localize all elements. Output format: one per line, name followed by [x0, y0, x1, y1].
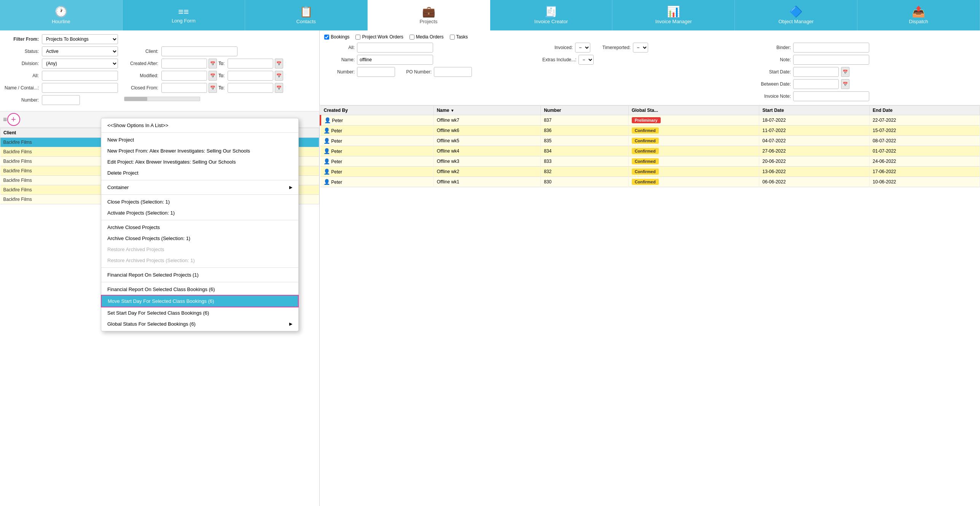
- menu-archive-closed[interactable]: Archive Closed Projects: [101, 222, 298, 233]
- tasks-checkbox[interactable]: [450, 35, 455, 40]
- status-badge: Preliminary: [632, 117, 661, 123]
- nav-object-manager-label: Object Manager: [778, 19, 814, 24]
- nav-projects[interactable]: 💼 Projects: [368, 0, 490, 30]
- start-date-input[interactable]: [793, 67, 839, 77]
- menu-financial-report[interactable]: Financial Report On Selected Projects (1…: [101, 269, 298, 280]
- contacts-icon: 📋: [300, 6, 313, 17]
- right-table-row[interactable]: 👤 Peter Offline wk4 834 Confirmed 27-06-…: [320, 146, 980, 156]
- nav-invoice-manager[interactable]: 📊 Invoice Manager: [612, 0, 735, 30]
- right-panel: Bookings Project Work Orders Media Order…: [320, 30, 980, 506]
- created-after-to-input[interactable]: [228, 59, 273, 68]
- closed-from-cal[interactable]: 📅: [209, 83, 217, 93]
- status-badge: Confirmed: [632, 138, 659, 144]
- modified-label: Modified:: [124, 73, 158, 78]
- nav-contacts[interactable]: 📋 Contacts: [245, 0, 368, 30]
- right-name-input[interactable]: [357, 55, 433, 65]
- all-input[interactable]: [42, 71, 118, 81]
- cell-created-by: 👤 Peter: [320, 115, 433, 126]
- right-table-row[interactable]: 👤 Peter Offline wk1 830 Confirmed 06-06-…: [320, 177, 980, 187]
- bookings-checkbox[interactable]: [324, 35, 329, 40]
- menu-archive-closed-selection[interactable]: Archive Closed Projects (Selection: 1): [101, 233, 298, 244]
- pwo-checkbox[interactable]: [355, 35, 360, 40]
- modified-input[interactable]: [161, 71, 207, 81]
- modified-to-cal[interactable]: 📅: [275, 71, 283, 81]
- nav-hourline[interactable]: 🕐 Hourline: [0, 0, 123, 30]
- created-after-input[interactable]: [161, 59, 207, 68]
- menu-container[interactable]: Container ▶: [101, 182, 298, 193]
- status-select[interactable]: Active: [42, 46, 118, 56]
- invoice-note-input[interactable]: [793, 91, 869, 101]
- status-badge: Confirmed: [632, 179, 659, 185]
- cell-booking-name: Offline wk2: [433, 167, 541, 177]
- right-table-row[interactable]: 👤 Peter Offline wk2 832 Confirmed 13-06-…: [320, 167, 980, 177]
- tasks-checkbox-item: Tasks: [450, 34, 468, 40]
- menu-global-status[interactable]: Global Status For Selected Bookings (6) …: [101, 318, 298, 329]
- cell-end-date: 22-07-2022: [870, 115, 980, 126]
- between-date-input[interactable]: [793, 79, 839, 89]
- person-icon: 👤: [323, 179, 330, 185]
- menu-set-start-day[interactable]: Set Start Day For Selected Class Booking…: [101, 307, 298, 318]
- menu-delete-project[interactable]: Delete Project: [101, 167, 298, 178]
- menu-financial-class-bookings[interactable]: Financial Report On Selected Class Booki…: [101, 284, 298, 295]
- modified-to-input[interactable]: [228, 71, 273, 81]
- right-all-input[interactable]: [357, 43, 433, 53]
- po-number-input[interactable]: [434, 67, 472, 77]
- division-label: Division:: [5, 61, 39, 66]
- cell-booking-number: 834: [541, 146, 629, 156]
- client-input[interactable]: [161, 46, 237, 56]
- right-number-input[interactable]: [357, 67, 395, 77]
- right-table-row[interactable]: 👤 Peter Offline wk5 835 Confirmed 04-07-…: [320, 136, 980, 146]
- number-input[interactable]: [42, 95, 80, 105]
- closed-from-to-cal[interactable]: 📅: [275, 83, 283, 93]
- right-table-row[interactable]: 👤 Peter Offline wk3 833 Confirmed 20-06-…: [320, 156, 980, 167]
- closed-from-to-input[interactable]: [228, 83, 273, 93]
- nav-object-manager[interactable]: 🔷 Object Manager: [735, 0, 857, 30]
- menu-new-project[interactable]: New Project: [101, 134, 298, 145]
- media-checkbox[interactable]: [410, 35, 414, 40]
- col-start-date: Start Date: [759, 106, 870, 115]
- list-view-icon[interactable]: ≡: [3, 116, 7, 124]
- division-select[interactable]: (Any): [42, 59, 118, 68]
- add-project-button[interactable]: +: [7, 113, 20, 126]
- nav-dispatch[interactable]: 📤 Dispatch: [857, 0, 980, 30]
- menu-close-projects[interactable]: Close Projects (Selection: 1): [101, 196, 298, 207]
- right-table-row[interactable]: 👤 Peter Offline wk6 836 Confirmed 11-07-…: [320, 126, 980, 136]
- status-badge: Confirmed: [632, 169, 659, 175]
- menu-show-options[interactable]: <<Show Options In A List>>: [101, 120, 298, 131]
- nav-invoice-creator[interactable]: 🧾 Invoice Creator: [490, 0, 613, 30]
- between-date-cal[interactable]: 📅: [841, 79, 849, 89]
- col-number: Number: [541, 106, 629, 115]
- person-icon: 👤: [324, 117, 331, 123]
- binder-input[interactable]: [793, 43, 869, 53]
- menu-new-project-from[interactable]: New Project From: Alex Brewer Investigat…: [101, 145, 298, 156]
- created-after-cal[interactable]: 📅: [209, 59, 217, 68]
- start-date-row: Start Date: 📅: [760, 67, 975, 77]
- menu-edit-project[interactable]: Edit Project: Alex Brewer Investigates: …: [101, 156, 298, 167]
- invoice-note-label: Invoice Note:: [760, 94, 791, 99]
- cell-end-date: 15-07-2022: [870, 126, 980, 136]
- nav-invoice-creator-label: Invoice Creator: [534, 19, 568, 24]
- cell-booking-number: 835: [541, 136, 629, 146]
- cell-created-by: 👤 Peter: [320, 146, 433, 156]
- invoiced-select[interactable]: —: [575, 43, 590, 53]
- closed-from-input[interactable]: [161, 83, 207, 93]
- menu-activate-projects[interactable]: Activate Projects (Selection: 1): [101, 207, 298, 218]
- status-badge: Confirmed: [632, 148, 659, 154]
- cell-booking-name: Offline wk6: [433, 126, 541, 136]
- modified-cal[interactable]: 📅: [209, 71, 217, 81]
- horizontal-scrollbar[interactable]: [124, 97, 200, 101]
- filter-from-select[interactable]: Projects To Bookings: [42, 34, 118, 44]
- cell-created-by: 👤 Peter: [320, 177, 433, 187]
- menu-move-start-day[interactable]: Move Start Day For Selected Class Bookin…: [101, 295, 299, 307]
- nav-longform[interactable]: ≡≡ Long Form: [123, 0, 245, 30]
- created-after-to-cal[interactable]: 📅: [275, 59, 283, 68]
- note-input[interactable]: [793, 55, 869, 65]
- name-label: Name / Contai...:: [5, 85, 39, 91]
- right-table-row[interactable]: 👤 Peter Offline wk7 837 Preliminary 18-0…: [320, 115, 980, 126]
- cell-booking-number: 836: [541, 126, 629, 136]
- timereported-select[interactable]: —: [633, 43, 648, 53]
- name-input[interactable]: [42, 83, 118, 93]
- extras-select[interactable]: —: [578, 55, 594, 65]
- dispatch-icon: 📤: [912, 6, 925, 17]
- start-date-cal[interactable]: 📅: [841, 67, 849, 77]
